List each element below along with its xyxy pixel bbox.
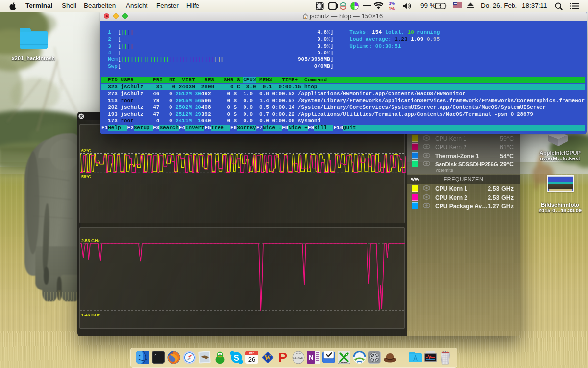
svg-text:N: N: [308, 353, 313, 361]
svg-text:P: P: [278, 351, 287, 364]
svg-text:LaTeXiT: LaTeXiT: [293, 356, 304, 359]
svg-text:>_: >_: [154, 353, 158, 357]
svg-text:FEB: FEB: [249, 352, 254, 355]
svg-text:KeePassX: KeePassX: [339, 361, 349, 364]
svg-text:W: W: [264, 354, 271, 362]
svg-text:26: 26: [248, 356, 255, 363]
svg-text:S: S: [234, 353, 239, 363]
